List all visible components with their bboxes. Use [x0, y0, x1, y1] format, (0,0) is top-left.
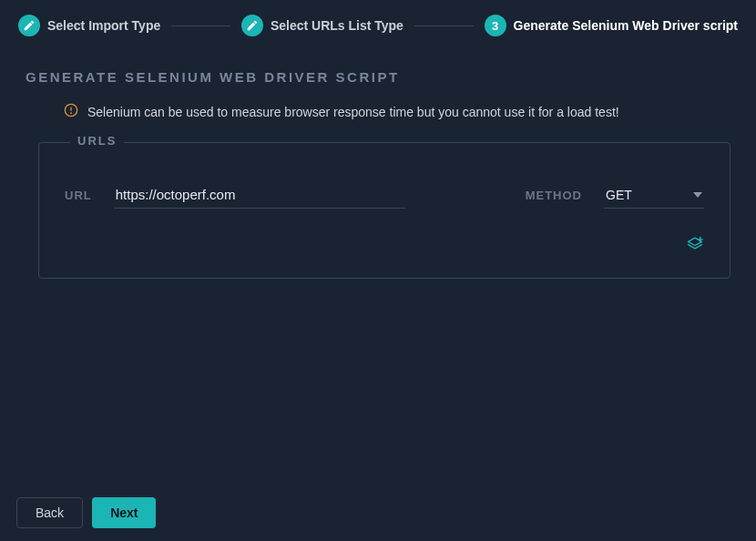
wizard-footer: Back Next [16, 497, 156, 528]
step-generate-selenium-script[interactable]: 3 Generate Selenium Web Driver script [485, 15, 738, 36]
next-button[interactable]: Next [92, 497, 156, 528]
method-select[interactable]: GET [604, 182, 704, 209]
urls-legend: URLS [70, 134, 124, 148]
back-button[interactable]: Back [16, 497, 83, 528]
step-connector [171, 26, 230, 26]
chevron-down-icon [693, 190, 702, 199]
step-label: Select URLs List Type [271, 18, 404, 33]
info-text: Selenium can be used to measure browser … [87, 105, 619, 119]
step-number-badge: 3 [485, 15, 506, 36]
url-form-row: URL METHOD GET [65, 181, 704, 209]
url-input[interactable] [114, 181, 405, 209]
wizard-stepper: Select Import Type Select URLs List Type… [0, 0, 756, 58]
add-url-row [65, 234, 704, 256]
pencil-icon [241, 15, 263, 36]
url-label: URL [65, 189, 92, 202]
pencil-icon [18, 15, 40, 36]
step-connector [414, 26, 474, 26]
step-select-import-type[interactable]: Select Import Type [18, 15, 160, 36]
svg-point-2 [71, 113, 72, 114]
method-group: METHOD GET [526, 182, 704, 209]
warning-icon [64, 103, 78, 120]
step-select-urls-list-type[interactable]: Select URLs List Type [241, 15, 404, 36]
add-layer-icon[interactable] [686, 234, 704, 256]
urls-fieldset: URLS URL METHOD GET [38, 142, 730, 279]
step-label: Generate Selenium Web Driver script [514, 18, 738, 33]
step-label: Select Import Type [47, 18, 160, 33]
page-title: GENERATE SELENIUM WEB DRIVER SCRIPT [0, 58, 756, 103]
method-label: METHOD [526, 189, 582, 202]
method-value: GET [606, 188, 632, 202]
